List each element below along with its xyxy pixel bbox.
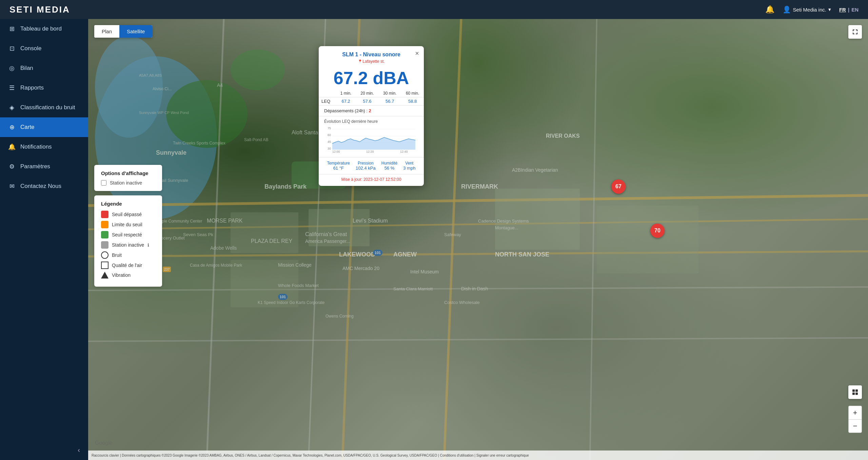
lang-en[interactable]: EN xyxy=(851,7,859,13)
popup-value: 67.2 dBA xyxy=(319,66,424,90)
sidebar-item-parametres[interactable]: ⚙ Paramètres xyxy=(0,157,88,176)
svg-text:Mission College: Mission College xyxy=(278,262,312,268)
legend-label-bruit: Bruit xyxy=(112,252,122,258)
map-view-tabs: Plan Satellite xyxy=(94,25,152,38)
zoom-in-button[interactable]: + xyxy=(848,406,862,419)
fullscreen-button[interactable] xyxy=(848,25,862,39)
sidebar-label-classification: Classification du bruit xyxy=(20,104,75,111)
map-roads-overlay: Sunnyvale Aloft Santa C... Baylands Park… xyxy=(88,19,868,460)
legend-color-red xyxy=(101,211,108,218)
sidebar-item-carte[interactable]: ⊕ Carte xyxy=(0,117,88,137)
popup-chart-svg: 75 60 45 30 12:00 12:20 12:40 xyxy=(324,126,418,153)
sidebar-label-parametres: Paramètres xyxy=(20,163,50,170)
legend-info-icon[interactable]: ℹ xyxy=(147,243,149,248)
sidebar-item-bilan[interactable]: ◎ Bilan xyxy=(0,58,88,78)
legend-color-green xyxy=(101,231,108,238)
legend-vibration: Vibration xyxy=(101,272,155,279)
sidebar-label-bilan: Bilan xyxy=(20,65,33,72)
options-title: Options d'affichage xyxy=(101,170,155,176)
layers-icon xyxy=(852,389,859,396)
legend-label-limite-seuil: Limite du seuil xyxy=(112,222,142,227)
svg-text:Adobe Wells: Adobe Wells xyxy=(210,245,237,251)
weather-vent: Vent 3 mph xyxy=(403,161,415,171)
svg-text:Twin Creeks Sports Complex: Twin Creeks Sports Complex xyxy=(173,141,225,146)
classification-icon: ◈ xyxy=(8,104,16,111)
svg-text:NORTH SAN JOSE: NORTH SAN JOSE xyxy=(495,251,549,258)
sidebar-item-console[interactable]: ⊡ Console xyxy=(0,39,88,58)
weather-vent-value: 3 mph xyxy=(403,166,415,171)
legend-label-vibration: Vibration xyxy=(112,272,131,278)
weather-humidite: Humidité 56 % xyxy=(381,161,397,171)
svg-text:Safeway: Safeway xyxy=(444,232,461,237)
map-attribution: Raccourcis clavier | Données cartographi… xyxy=(88,451,868,460)
svg-line-9 xyxy=(444,19,461,460)
popup-table-header-1min: 1 min. xyxy=(336,90,356,97)
sidebar-collapse-button[interactable]: ‹ xyxy=(0,440,88,460)
marker-70[interactable]: 70 xyxy=(650,224,665,238)
sidebar-item-tableau-de-bord[interactable]: ⊞ Tableau de bord xyxy=(0,19,88,39)
map-area[interactable]: Sunnyvale Aloft Santa C... Baylands Park… xyxy=(88,19,868,460)
marker-67[interactable]: 67 xyxy=(611,179,626,194)
svg-line-12 xyxy=(88,251,868,256)
main-layout: ⊞ Tableau de bord ⊡ Console ◎ Bilan ☰ Ra… xyxy=(0,19,868,460)
options-panel: Options d'affichage Station inactive xyxy=(94,165,162,191)
parametres-icon: ⚙ xyxy=(8,163,16,170)
zoom-controls: + − xyxy=(848,406,862,433)
svg-text:Seven Seas Pk: Seven Seas Pk xyxy=(183,232,213,237)
station-inactive-checkbox[interactable] xyxy=(101,180,106,186)
svg-text:30: 30 xyxy=(328,147,331,150)
sidebar-label-contact: Contactez Nous xyxy=(20,183,61,190)
legend-triangle-icon xyxy=(101,272,108,279)
popup-chart-section: Évolution LEQ dernière heure 75 60 45 30 xyxy=(319,116,424,157)
svg-text:Sunnyvale: Sunnyvale xyxy=(156,149,186,156)
map-layers-button[interactable] xyxy=(848,385,862,399)
popup-close-button[interactable]: × xyxy=(415,50,419,57)
sidebar-item-contact[interactable]: ✉ Contactez Nous xyxy=(0,176,88,196)
marker-70-value: 70 xyxy=(654,228,660,234)
legend-title: Légende xyxy=(101,201,155,207)
weather-pression-value: 102.4 kPa xyxy=(356,166,376,171)
zoom-out-button[interactable]: − xyxy=(848,419,862,433)
popup-leq-label: LEQ xyxy=(319,97,336,106)
sidebar: ⊞ Tableau de bord ⊡ Console ◎ Bilan ☰ Ra… xyxy=(0,19,88,460)
user-menu[interactable]: 👤 Seti Media inc. ▾ xyxy=(783,5,831,14)
svg-text:12:20: 12:20 xyxy=(366,150,374,153)
sidebar-label-console: Console xyxy=(20,45,41,52)
svg-text:Owens Corning: Owens Corning xyxy=(326,314,354,319)
svg-text:Levi's Stadium: Levi's Stadium xyxy=(353,218,388,224)
map-tab-plan[interactable]: Plan xyxy=(94,25,119,38)
notification-bell[interactable]: 🔔 xyxy=(765,5,774,14)
popup-header: SLM 1 - Niveau sonore Lafayette st. xyxy=(319,46,424,66)
lang-fr[interactable]: FR xyxy=(839,7,846,13)
svg-text:Salt-Pond AB: Salt-Pond AB xyxy=(244,137,268,142)
sidebar-item-classification[interactable]: ◈ Classification du bruit xyxy=(0,98,88,117)
console-icon: ⊡ xyxy=(8,45,16,52)
svg-text:101: 101 xyxy=(280,295,286,299)
svg-rect-70 xyxy=(852,392,855,395)
popup-table-header-30min: 30 min. xyxy=(378,90,401,97)
sidebar-item-notifications[interactable]: 🔔 Notifications xyxy=(0,137,88,157)
svg-text:Santa Clara Marriott: Santa Clara Marriott xyxy=(393,286,433,291)
legend-limite-seuil: Limite du seuil xyxy=(101,221,155,228)
svg-text:AMC Mercado 20: AMC Mercado 20 xyxy=(342,266,379,271)
notifications-icon: 🔔 xyxy=(8,143,16,151)
legend-color-orange xyxy=(101,221,108,228)
svg-text:45: 45 xyxy=(328,140,331,143)
legend-station-inactive: Station inactive ℹ xyxy=(101,241,155,249)
svg-text:California's Great: California's Great xyxy=(305,231,347,237)
svg-text:Alviso Ci...: Alviso Ci... xyxy=(153,87,172,91)
user-avatar-icon: 👤 xyxy=(783,5,791,14)
popup-table-header-60min: 60 min. xyxy=(401,90,424,97)
legend-seuil-respecte: Seuil respecté xyxy=(101,231,155,238)
sidebar-item-rapports[interactable]: ☰ Rapports xyxy=(0,78,88,98)
legend-label-seuil-respecte: Seuil respecté xyxy=(112,232,142,237)
svg-text:Whole Foods Market: Whole Foods Market xyxy=(278,283,319,288)
legend-label-qualite-air: Qualité de l'air xyxy=(112,263,142,268)
svg-text:12:40: 12:40 xyxy=(400,150,408,153)
map-tab-satellite[interactable]: Satellite xyxy=(119,25,152,38)
svg-rect-19 xyxy=(597,206,698,273)
header: SETI MEDIA 🔔 👤 Seti Media inc. ▾ FR | EN xyxy=(0,0,868,19)
weather-pression: Pression 102.4 kPa xyxy=(356,161,376,171)
svg-text:Casa de Amigos Mobile Park: Casa de Amigos Mobile Park xyxy=(190,263,242,268)
user-name: Seti Media inc. xyxy=(793,7,826,13)
